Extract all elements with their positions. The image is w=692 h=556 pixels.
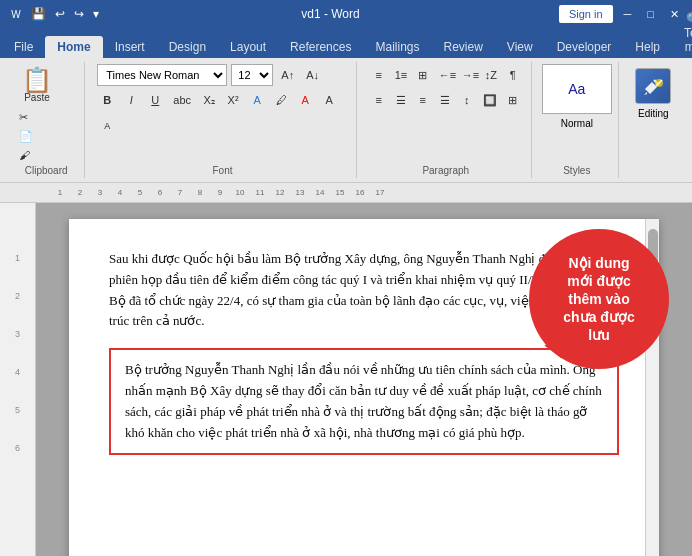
paragraph-top-row: ≡ 1≡ ⊞ ←≡ →≡ ↕Z ¶ xyxy=(369,64,523,86)
clipboard-group: 📋 Paste ✂ 📄 🖌 Clipboard xyxy=(8,62,85,178)
tab-tell-me[interactable]: 🔍 Tell me xyxy=(672,8,692,58)
subscript-button[interactable]: X₂ xyxy=(199,89,219,111)
title-bar: W 💾 ↩ ↪ ▾ vd1 - Word Sign in ─ □ ✕ xyxy=(0,0,692,28)
styles-preview[interactable]: Aa xyxy=(542,64,612,114)
italic-button[interactable]: I xyxy=(121,89,141,111)
align-right-button[interactable]: ≡ xyxy=(413,89,433,111)
styles-group: Aa Normal Styles xyxy=(536,62,619,178)
font-group-label: Font xyxy=(212,165,232,176)
font-size-large[interactable]: A xyxy=(319,89,339,111)
tab-home[interactable]: Home xyxy=(45,36,102,58)
paragraph-group: ≡ 1≡ ⊞ ←≡ →≡ ↕Z ¶ ≡ ☰ ≡ ☰ ↕ 🔲 ⊞ Paragrap… xyxy=(361,62,532,178)
align-left-button[interactable]: ≡ xyxy=(369,89,389,111)
line-spacing-button[interactable]: ↕ xyxy=(457,89,477,111)
clipboard-buttons: 📋 Paste ✂ 📄 🖌 xyxy=(16,64,76,163)
editing-area: Editing xyxy=(629,64,677,123)
tab-references[interactable]: References xyxy=(278,36,363,58)
font-name-select[interactable]: Times New Roman xyxy=(97,64,227,86)
decrease-indent-button[interactable]: ←≡ xyxy=(435,64,456,86)
save-button[interactable]: 💾 xyxy=(28,6,49,22)
minimize-button[interactable]: ─ xyxy=(619,6,637,22)
bullets-button[interactable]: ≡ xyxy=(369,64,389,86)
shading-button[interactable]: 🔲 xyxy=(479,89,501,111)
editing-label: Editing xyxy=(638,108,669,119)
tab-layout[interactable]: Layout xyxy=(218,36,278,58)
paragraph-align-row: ≡ ☰ ≡ ☰ ↕ 🔲 ⊞ xyxy=(369,89,523,111)
tab-developer[interactable]: Developer xyxy=(545,36,624,58)
borders-button[interactable]: ⊞ xyxy=(503,89,523,111)
increase-font-button[interactable]: A↑ xyxy=(277,64,298,86)
maximize-button[interactable]: □ xyxy=(642,6,659,22)
font-group: Times New Roman 12 A↑ A↓ B I U abc X₂ X²… xyxy=(89,62,356,178)
document-page[interactable]: Nội dung mới được thêm vào chưa được lưu… xyxy=(69,219,659,556)
annotation-bubble: Nội dung mới được thêm vào chưa được lưu xyxy=(529,229,669,369)
numbering-button[interactable]: 1≡ xyxy=(391,64,411,86)
bubble-text: Nội dung mới được thêm vào chưa được lưu xyxy=(563,254,634,345)
paragraph-group-label: Paragraph xyxy=(422,165,469,176)
font-size-select[interactable]: 12 xyxy=(231,64,273,86)
undo-button[interactable]: ↩ xyxy=(52,6,68,22)
quick-access-toolbar: 💾 ↩ ↪ ▾ xyxy=(28,6,102,22)
font-format-row: B I U abc X₂ X² A 🖊 A A A xyxy=(97,89,347,137)
strikethrough-button[interactable]: abc xyxy=(169,89,195,111)
editing-group: Editing xyxy=(623,62,684,178)
superscript-button[interactable]: X² xyxy=(223,89,243,111)
styles-name-label: Normal xyxy=(561,118,593,129)
tab-review[interactable]: Review xyxy=(431,36,494,58)
title-text: vd1 - Word xyxy=(102,7,559,21)
font-name-row: Times New Roman 12 A↑ A↓ xyxy=(97,64,347,86)
title-bar-right: Sign in ─ □ ✕ xyxy=(559,5,684,23)
text-effects-button[interactable]: A xyxy=(247,89,267,111)
filename-label: vd1 - Word xyxy=(301,7,359,21)
clipboard-group-label: Clipboard xyxy=(25,165,68,176)
font-color-button[interactable]: A xyxy=(295,89,315,111)
paste-icon: 📋 xyxy=(22,68,52,92)
paragraph-2: Bộ trưởng Nguyễn Thanh Nghị lần đầu nói … xyxy=(109,348,619,455)
ribbon: 📋 Paste ✂ 📄 🖌 Clipboard Times New Roman … xyxy=(0,58,692,183)
cut-button[interactable]: ✂ xyxy=(16,109,36,126)
paste-button[interactable]: 📋 Paste xyxy=(16,64,58,107)
format-painter-button[interactable]: 🖌 xyxy=(16,147,36,163)
show-marks-button[interactable]: ¶ xyxy=(503,64,523,86)
ruler-ticks: 1 2 3 4 5 6 7 8 9 10 11 12 13 14 15 16 1… xyxy=(50,188,642,197)
tab-design[interactable]: Design xyxy=(157,36,218,58)
highlight-button[interactable]: 🖊 xyxy=(271,89,291,111)
align-center-button[interactable]: ☰ xyxy=(391,89,411,111)
font-size-small[interactable]: A xyxy=(97,115,117,137)
sign-in-button[interactable]: Sign in xyxy=(559,5,613,23)
paragraph-2-text: Bộ trưởng Nguyễn Thanh Nghị lần đầu nói … xyxy=(125,362,602,439)
styles-group-label: Styles xyxy=(563,165,590,176)
copy-button[interactable]: 📄 xyxy=(16,128,36,145)
ribbon-tab-bar: File Home Insert Design Layout Reference… xyxy=(0,28,692,58)
bold-button[interactable]: B xyxy=(97,89,117,111)
underline-button[interactable]: U xyxy=(145,89,165,111)
word-logo-icon: W xyxy=(8,6,24,22)
ruler: 1 2 3 4 5 6 7 8 9 10 11 12 13 14 15 16 1… xyxy=(0,183,692,203)
sort-button[interactable]: ↕Z xyxy=(481,64,501,86)
increase-indent-button[interactable]: →≡ xyxy=(458,64,479,86)
multilevel-list-button[interactable]: ⊞ xyxy=(413,64,433,86)
document-area: 1 2 3 4 5 6 Nội dung mới được thêm vào c… xyxy=(0,203,692,556)
editing-icon xyxy=(635,68,671,104)
title-bar-left: W 💾 ↩ ↪ ▾ xyxy=(8,6,102,22)
tab-mailings[interactable]: Mailings xyxy=(363,36,431,58)
tab-help[interactable]: Help xyxy=(623,36,672,58)
tab-view[interactable]: View xyxy=(495,36,545,58)
tab-file[interactable]: File xyxy=(2,36,45,58)
left-margin: 1 2 3 4 5 6 xyxy=(0,203,36,556)
redo-button[interactable]: ↪ xyxy=(71,6,87,22)
decrease-font-button[interactable]: A↓ xyxy=(302,64,323,86)
customize-qa-button[interactable]: ▾ xyxy=(90,6,102,22)
justify-button[interactable]: ☰ xyxy=(435,89,455,111)
paste-label: Paste xyxy=(24,92,50,103)
tab-insert[interactable]: Insert xyxy=(103,36,157,58)
styles-area: Aa Normal xyxy=(542,64,612,129)
